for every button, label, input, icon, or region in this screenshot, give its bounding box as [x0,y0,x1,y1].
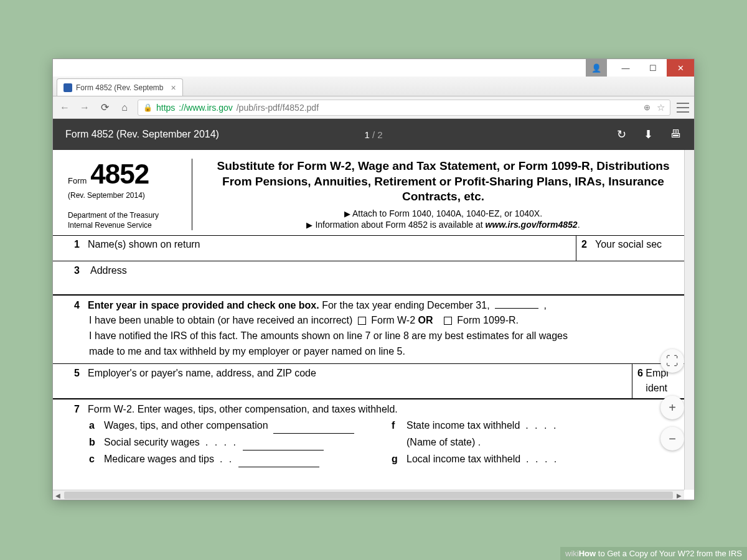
field-5-6: 5Employer's or payer's name, address, an… [53,363,694,398]
year-input[interactable] [495,308,538,309]
form-revision: (Rev. September 2014) [68,191,186,200]
forward-button[interactable]: → [78,101,92,114]
browser-tab[interactable]: Form 4852 (Rev. Septemb × [57,78,183,96]
nav-toolbar: ← → ⟳ ⌂ 🔒 https://www.irs.gov/pub/irs-pd… [53,96,694,119]
favicon-icon [63,83,72,92]
pdf-toolbar: Form 4852 (Rev. September 2014) 1 / 2 ↻ … [53,119,694,150]
field-7-label: Form W-2. Enter wages, tips, other compe… [88,404,398,414]
fit-to-page-button[interactable]: ⛶ [660,349,684,373]
input-7b[interactable] [243,434,324,450]
field-3: 3 Address [53,261,694,294]
bookmark-icon[interactable]: ☆ [657,102,665,113]
input-7a[interactable] [273,417,354,434]
field-7: 7Form W-2. Enter wages, tips, other comp… [53,398,694,468]
form-label: Form [68,176,87,185]
tab-close-icon[interactable]: × [171,83,176,93]
browser-window: 👤 — ☐ ✕ Form 4852 (Rev. Septemb × ← → ⟳ … [52,58,695,500]
window-titlebar: 👤 — ☐ ✕ [53,59,694,77]
scroll-right-icon[interactable]: ▶ [674,490,684,500]
page-indicator: 1 / 2 [364,129,382,140]
field-1-2: 1Name(s) shown on return 2Your social se… [53,235,694,261]
form-attach: ▶ Attach to Form 1040, 1040A, 1040-EZ, o… [202,208,684,218]
minimize-button[interactable]: — [612,59,639,77]
user-icon[interactable]: 👤 [586,59,607,77]
zoom-in-button[interactable]: + [660,396,684,419]
address-bar[interactable]: 🔒 https://www.irs.gov/pub/irs-pdf/f4852.… [138,100,670,116]
vertical-scrollbar[interactable] [684,150,694,490]
field-5-label: Employer's or payer's name, address, and… [88,368,316,378]
wikihow-watermark: wikiHow to Get a Copy of Your W?2 from t… [560,547,747,560]
form-number: 4852 [90,159,149,190]
field-2-label: Your social sec [595,239,662,250]
rotate-icon[interactable]: ↻ [617,128,626,141]
url-path: /pub/irs-pdf/f4852.pdf [237,103,319,113]
input-7c[interactable] [238,450,319,467]
form-header-right: Substitute for Form W-2, Wage and Tax St… [202,159,684,230]
form-info: ▶ Information about Form 4852 is availab… [202,220,684,230]
download-icon[interactable]: ⬇ [644,128,653,141]
zoom-out-button[interactable]: − [660,427,684,450]
pdf-viewer: Form 4852 (Rev. September 2014) Departme… [53,150,694,500]
back-button[interactable]: ← [58,101,72,114]
form-department: Department of the Treasury Internal Reve… [68,211,186,230]
url-domain: ://www.irs.gov [179,103,232,113]
maximize-button[interactable]: ☐ [639,59,667,77]
tab-bar: Form 4852 (Rev. Septemb × [53,77,694,96]
form-title: Substitute for Form W-2, Wage and Tax St… [202,159,684,205]
checkbox-w2[interactable] [358,317,366,325]
page-sep: / [370,129,378,140]
form-body: 1Name(s) shown on return 2Your social se… [53,235,694,467]
url-scheme: https [156,103,175,113]
reload-button[interactable]: ⟳ [98,101,111,114]
form-header: Form 4852 (Rev. September 2014) Departme… [53,150,694,235]
pdf-title: Form 4852 (Rev. September 2014) [65,129,219,140]
zoom-indicator-icon[interactable]: ⊕ [644,103,651,112]
total-pages: 2 [377,129,382,140]
field-1-label: Name(s) shown on return [88,239,200,250]
print-icon[interactable]: 🖶 [670,128,682,141]
close-button[interactable]: ✕ [667,59,694,77]
lock-icon: 🔒 [143,103,153,112]
home-button[interactable]: ⌂ [118,101,131,114]
form-header-left: Form 4852 (Rev. September 2014) Departme… [68,159,192,230]
tab-title: Form 4852 (Rev. Septemb [76,83,164,92]
pdf-actions: ↻ ⬇ 🖶 [617,128,682,141]
pdf-page: Form 4852 (Rev. September 2014) Departme… [53,150,694,500]
field-4: 4Enter year in space provided and check … [53,294,694,363]
field-3-label: Address [90,263,694,278]
horizontal-scrollbar[interactable]: ◀ ▶ [53,490,684,500]
scroll-left-icon[interactable]: ◀ [53,490,63,500]
menu-button[interactable] [677,103,689,113]
checkbox-1099r[interactable] [444,317,452,325]
scroll-thumb[interactable] [64,492,673,499]
